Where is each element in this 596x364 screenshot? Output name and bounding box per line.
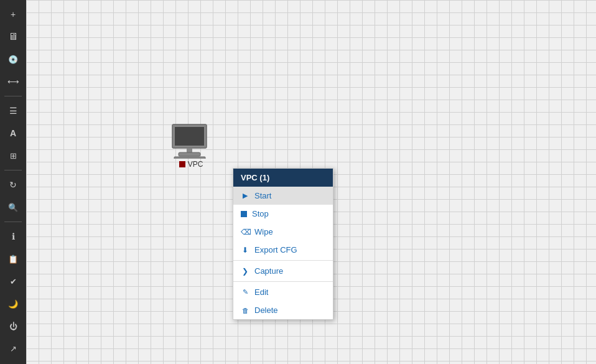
context-menu: VPC (1) ▶ Start Stop ⌫ Wipe ⬇ Export CFG… bbox=[233, 168, 333, 320]
menu-item-capture-label: Capture bbox=[254, 266, 283, 276]
menu-item-start[interactable]: ▶ Start bbox=[233, 187, 333, 205]
vpc-device-icon bbox=[169, 121, 213, 159]
vpc-label: VPC bbox=[179, 160, 203, 169]
zoom-icon: 🔍 bbox=[8, 203, 18, 212]
svg-rect-1 bbox=[175, 127, 204, 146]
menu-divider-2 bbox=[233, 281, 333, 282]
list-button[interactable]: ☰ bbox=[2, 101, 24, 120]
divider-1 bbox=[4, 96, 22, 96]
notes-button[interactable]: 📋 bbox=[2, 250, 24, 268]
refresh-icon: ↻ bbox=[9, 180, 17, 190]
menu-item-edit-label: Edit bbox=[254, 287, 268, 297]
moon-button[interactable]: 🌙 bbox=[2, 294, 24, 313]
menu-item-edit[interactable]: ✎ Edit bbox=[233, 283, 333, 301]
notes-icon: 📋 bbox=[8, 254, 18, 264]
menu-item-wipe[interactable]: ⌫ Wipe bbox=[233, 223, 333, 241]
export-icon: ↗ bbox=[10, 344, 17, 353]
menu-item-stop[interactable]: Stop bbox=[233, 205, 333, 223]
wipe-icon: ⌫ bbox=[241, 228, 249, 236]
vpc-label-text: VPC bbox=[188, 160, 203, 169]
sidebar: + 🖥 💿 ⟷ ☰ A ⊞ ↻ 🔍 ℹ 📋 ✔ 🌙 ⏻ ↗ bbox=[0, 0, 26, 364]
capture-icon: ❯ bbox=[241, 267, 249, 276]
check-icon: ✔ bbox=[10, 277, 17, 286]
context-menu-title: VPC (1) bbox=[233, 169, 333, 187]
moon-icon: 🌙 bbox=[8, 299, 18, 309]
zoom-button[interactable]: 🔍 bbox=[2, 198, 24, 217]
menu-item-start-label: Start bbox=[254, 191, 271, 200]
menu-item-delete[interactable]: 🗑 Delete bbox=[233, 301, 333, 319]
svg-rect-3 bbox=[179, 152, 200, 156]
play-icon: ▶ bbox=[241, 192, 249, 200]
menu-item-capture[interactable]: ❯ Capture bbox=[233, 262, 333, 280]
text-button[interactable]: A bbox=[2, 124, 24, 142]
grid-icon: ⊞ bbox=[10, 151, 17, 161]
info-icon: ℹ bbox=[12, 231, 15, 241]
media-icon: 💿 bbox=[8, 55, 18, 64]
device-button[interactable]: 🖥 bbox=[2, 27, 24, 46]
divider-2 bbox=[4, 170, 22, 170]
list-icon: ☰ bbox=[9, 106, 17, 116]
media-button[interactable]: 💿 bbox=[2, 50, 24, 68]
connection-button[interactable]: ⟷ bbox=[2, 72, 24, 91]
canvas-area[interactable]: VPC VPC (1) ▶ Start Stop ⌫ Wipe ⬇ Export… bbox=[26, 0, 596, 364]
text-icon: A bbox=[10, 128, 16, 138]
divider-3 bbox=[4, 222, 22, 222]
add-button[interactable]: + bbox=[2, 5, 24, 24]
refresh-button[interactable]: ↻ bbox=[2, 175, 24, 194]
power-button[interactable]: ⏻ bbox=[2, 317, 24, 335]
check-button[interactable]: ✔ bbox=[2, 272, 24, 291]
stop-square-icon bbox=[241, 211, 247, 217]
device-icon: 🖥 bbox=[8, 31, 18, 42]
svg-rect-4 bbox=[174, 157, 205, 159]
svg-rect-2 bbox=[187, 148, 192, 152]
menu-item-export-cfg-label: Export CFG bbox=[254, 245, 297, 254]
grid-button[interactable]: ⊞ bbox=[2, 146, 24, 165]
trash-icon: 🗑 bbox=[241, 307, 249, 314]
export-button[interactable]: ↗ bbox=[2, 339, 24, 358]
info-button[interactable]: ℹ bbox=[2, 227, 24, 246]
menu-item-export-cfg[interactable]: ⬇ Export CFG bbox=[233, 241, 333, 259]
power-icon: ⏻ bbox=[9, 322, 17, 331]
menu-item-stop-label: Stop bbox=[252, 209, 269, 218]
menu-item-delete-label: Delete bbox=[254, 306, 278, 315]
add-icon: + bbox=[11, 9, 16, 19]
export-cfg-icon: ⬇ bbox=[241, 246, 249, 254]
vpc-device[interactable]: VPC bbox=[169, 121, 213, 169]
edit-icon: ✎ bbox=[241, 288, 249, 296]
menu-item-wipe-label: Wipe bbox=[254, 227, 273, 236]
status-dot bbox=[179, 161, 185, 167]
connection-icon: ⟷ bbox=[7, 77, 19, 86]
menu-divider bbox=[233, 260, 333, 261]
